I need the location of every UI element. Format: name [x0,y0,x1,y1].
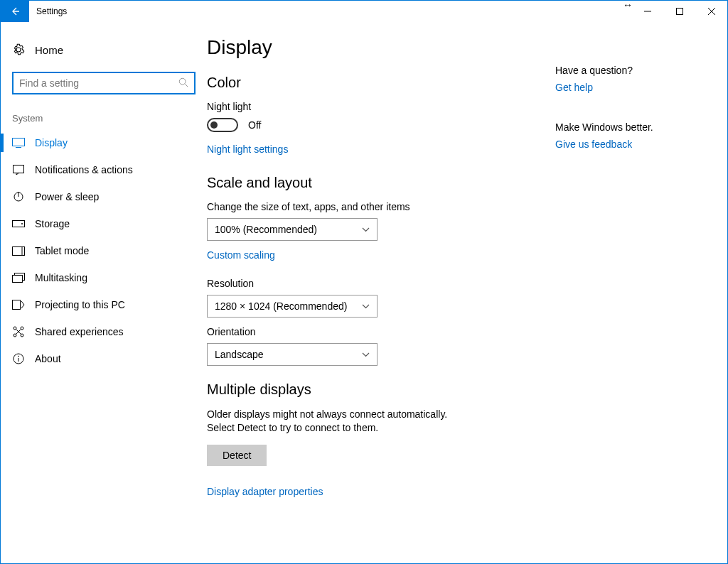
window-title: Settings [36,6,67,16]
sidebar-item-notifications[interactable]: Notifications & actions [1,156,207,183]
resolution-label: Resolution [207,278,541,289]
svg-point-22 [14,334,16,337]
question-label: Have a question? [555,65,713,76]
night-light-toggle[interactable] [207,118,238,132]
minimize-icon [644,8,651,15]
tablet-icon [12,246,25,256]
section-multiple-heading: Multiple displays [207,381,541,398]
shared-icon [12,326,25,337]
orientation-value: Landscape [215,349,264,360]
sidebar-item-label: About [35,353,61,364]
drag-horizontal-icon: ↔ [623,0,633,11]
svg-point-23 [21,334,23,337]
sidebar-item-projecting[interactable]: Projecting to this PC [1,291,207,318]
section-label: System [1,110,207,129]
search-icon [178,77,188,90]
chevron-down-icon [362,350,370,359]
notifications-icon [12,165,25,175]
svg-rect-13 [13,246,25,255]
svg-point-12 [21,223,23,224]
chevron-down-icon [362,302,370,310]
maximize-icon [676,8,683,15]
sidebar-item-storage[interactable]: Storage [1,210,207,237]
aside-content: Have a question? Get help Make Windows b… [555,36,727,563]
sidebar: Home System Display Notifications & acti… [1,22,207,563]
sidebar-item-shared[interactable]: Shared experiences [1,318,207,345]
titlebar: Settings [1,1,727,22]
detect-button[interactable]: Detect [207,445,267,466]
svg-rect-17 [13,300,21,310]
resolution-select[interactable]: 1280 × 1024 (Recommended) [207,295,378,318]
sidebar-item-tablet[interactable]: Tablet mode [1,237,207,264]
night-light-settings-link[interactable]: Night light settings [207,143,288,155]
sidebar-item-about[interactable]: About [1,345,207,372]
multitasking-icon [12,273,25,283]
sidebar-item-label: Power & sleep [35,191,99,202]
projecting-icon [12,300,25,310]
section-color-heading: Color [207,75,541,91]
close-button[interactable] [695,1,727,22]
orientation-select[interactable]: Landscape [207,343,378,366]
search-input[interactable] [12,72,196,94]
feedback-link[interactable]: Give us feedback [555,139,632,150]
svg-rect-16 [13,276,23,283]
sidebar-item-power[interactable]: Power & sleep [1,183,207,210]
svg-line-5 [185,84,188,87]
home-label: Home [35,44,63,56]
scale-label: Change the size of text, apps, and other… [207,201,541,212]
better-label: Make Windows better. [555,121,713,133]
gear-icon [12,43,25,56]
sidebar-item-multitasking[interactable]: Multitasking [1,264,207,291]
sidebar-item-label: Storage [35,218,70,229]
svg-rect-1 [676,9,682,15]
svg-rect-8 [14,166,24,173]
display-icon [12,138,25,148]
power-icon [12,191,25,202]
section-scale-heading: Scale and layout [207,175,541,191]
custom-scaling-link[interactable]: Custom scaling [207,249,275,261]
sidebar-item-label: Shared experiences [35,326,124,337]
multiple-displays-text: Older displays might not always connect … [207,408,463,435]
sidebar-item-label: Notifications & actions [35,164,133,175]
svg-point-4 [179,78,186,85]
main-content: Display Color Night light Off Night ligh… [207,36,555,563]
close-icon [708,8,715,15]
maximize-button[interactable] [663,1,695,22]
night-light-state: Off [248,119,261,131]
minimize-button[interactable] [631,1,663,22]
scale-value: 100% (Recommended) [215,224,317,235]
svg-point-26 [18,356,19,357]
sidebar-item-label: Projecting to this PC [35,299,125,310]
info-icon [12,353,25,364]
get-help-link[interactable]: Get help [555,82,593,93]
display-adapter-link[interactable]: Display adapter properties [207,486,323,497]
chevron-down-icon [362,225,370,234]
scale-select[interactable]: 100% (Recommended) [207,218,378,241]
storage-icon [12,220,25,227]
back-button[interactable] [1,1,29,22]
svg-rect-6 [13,139,25,146]
orientation-label: Orientation [207,326,541,337]
search-field[interactable] [19,77,178,89]
svg-point-20 [14,327,16,330]
resolution-value: 1280 × 1024 (Recommended) [215,300,347,312]
svg-point-21 [21,327,23,330]
home-button[interactable]: Home [1,38,207,62]
night-light-label: Night light [207,101,541,112]
sidebar-item-display[interactable]: Display [1,129,207,156]
sidebar-item-label: Display [35,137,68,148]
back-arrow-icon [9,6,21,17]
page-title: Display [207,36,541,59]
sidebar-item-label: Multitasking [35,272,87,283]
sidebar-item-label: Tablet mode [35,245,89,256]
